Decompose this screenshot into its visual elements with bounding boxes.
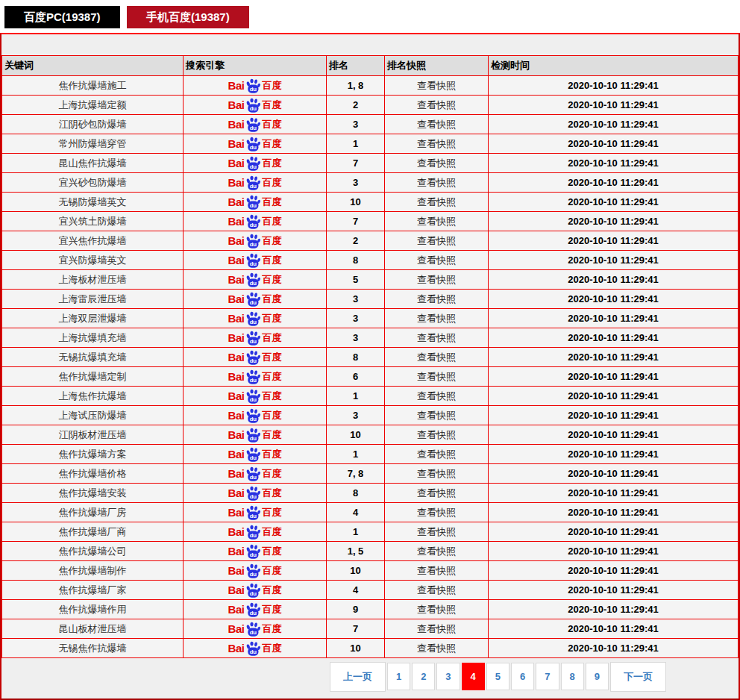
baidu-logo-du-text: du bbox=[250, 143, 257, 150]
table-row: 上海抗爆墙定额 Bai du 百度 2 查 bbox=[2, 96, 739, 115]
view-snapshot-link[interactable]: 查看快照 bbox=[417, 351, 456, 363]
rank-value: 7 bbox=[327, 154, 385, 173]
baidu-logo: Bai du 百度 bbox=[228, 137, 282, 151]
rank-value: 3 bbox=[327, 406, 385, 425]
keyword-text: 宜兴砂包防爆墙 bbox=[59, 177, 127, 188]
view-snapshot-link[interactable]: 查看快照 bbox=[417, 546, 456, 557]
check-time: 2020-10-10 11:29:41 bbox=[489, 522, 739, 542]
view-snapshot-link[interactable]: 查看快照 bbox=[417, 565, 456, 576]
view-snapshot-link[interactable]: 查看快照 bbox=[417, 526, 456, 537]
view-snapshot-link[interactable]: 查看快照 bbox=[417, 390, 456, 401]
tab-baidu-mobile[interactable]: 手机百度(19387) bbox=[127, 6, 249, 28]
baidu-logo: Bai du 百度 bbox=[228, 156, 282, 171]
baidu-logo-cn-text: 百度 bbox=[262, 643, 281, 653]
baidu-logo-cn-text: 百度 bbox=[262, 410, 281, 420]
keyword-text: 宜兴焦作抗爆墙 bbox=[59, 235, 127, 246]
baidu-logo-du-text: du bbox=[250, 493, 257, 499]
baidu-paw-icon: du bbox=[245, 253, 261, 268]
view-snapshot-link[interactable]: 查看快照 bbox=[417, 332, 456, 343]
view-snapshot-link[interactable]: 查看快照 bbox=[417, 235, 456, 246]
keyword-text: 焦作抗爆墙厂房 bbox=[59, 507, 127, 518]
check-time: 2020-10-10 11:29:41 bbox=[489, 309, 739, 328]
view-snapshot-link[interactable]: 查看快照 bbox=[417, 584, 456, 596]
view-snapshot-link[interactable]: 查看快照 bbox=[417, 216, 456, 227]
baidu-logo-cn-text: 百度 bbox=[262, 216, 281, 226]
table-row: 江阴板材泄压墙 Bai du 百度 10 bbox=[2, 425, 739, 445]
baidu-logo-bai-text: Bai bbox=[228, 643, 245, 654]
baidu-logo: Bai du 百度 bbox=[228, 78, 282, 93]
table-row: 宜兴砂包防爆墙 Bai du 百度 3 查 bbox=[2, 173, 739, 193]
view-snapshot-link[interactable]: 查看快照 bbox=[417, 254, 456, 266]
check-time: 2020-10-10 11:29:41 bbox=[489, 251, 739, 270]
page-button-1[interactable]: 1 bbox=[387, 663, 410, 690]
baidu-logo-bai-text: Bai bbox=[228, 623, 245, 634]
baidu-paw-icon: du bbox=[245, 525, 261, 540]
view-snapshot-link[interactable]: 查看快照 bbox=[417, 138, 456, 149]
view-snapshot-link[interactable]: 查看快照 bbox=[417, 487, 456, 499]
view-snapshot-link[interactable]: 查看快照 bbox=[417, 449, 456, 460]
page-button-8[interactable]: 8 bbox=[561, 663, 584, 690]
rank-value: 3 bbox=[327, 328, 385, 348]
rank-value: 3 bbox=[327, 309, 385, 328]
rank-value: 6 bbox=[327, 367, 385, 387]
view-snapshot-link[interactable]: 查看快照 bbox=[417, 507, 456, 518]
view-snapshot-link[interactable]: 查看快照 bbox=[417, 196, 456, 207]
page-button-2[interactable]: 2 bbox=[412, 663, 435, 690]
keyword-text: 焦作抗爆墙厂商 bbox=[59, 526, 127, 537]
view-snapshot-link[interactable]: 查看快照 bbox=[417, 157, 456, 169]
page-button-9[interactable]: 9 bbox=[586, 663, 609, 690]
baidu-logo: Bai du 百度 bbox=[228, 428, 282, 443]
rank-value: 10 bbox=[327, 425, 385, 445]
view-snapshot-link[interactable]: 查看快照 bbox=[417, 313, 456, 324]
view-snapshot-link[interactable]: 查看快照 bbox=[417, 99, 456, 110]
pagination: 上一页123456789下一页 bbox=[1, 658, 739, 699]
keyword-text: 常州防爆墙穿管 bbox=[59, 138, 127, 149]
baidu-logo-du-text: du bbox=[250, 221, 257, 228]
baidu-paw-icon: du bbox=[245, 447, 261, 462]
baidu-logo-cn-text: 百度 bbox=[262, 430, 281, 440]
baidu-logo: Bai du 百度 bbox=[228, 622, 282, 637]
baidu-paw-icon: du bbox=[245, 272, 261, 287]
table-row: 无锡防爆墙英文 Bai du 百度 10 bbox=[2, 193, 739, 212]
view-snapshot-link[interactable]: 查看快照 bbox=[417, 643, 456, 654]
keyword-text: 上海抗爆墙定额 bbox=[59, 99, 127, 110]
view-snapshot-link[interactable]: 查看快照 bbox=[417, 80, 456, 91]
table-row: 昆山板材泄压墙 Bai du 百度 7 查 bbox=[2, 619, 739, 639]
prev-page-button[interactable]: 上一页 bbox=[330, 662, 386, 692]
page-button-6[interactable]: 6 bbox=[511, 663, 534, 690]
baidu-paw-icon: du bbox=[245, 78, 261, 93]
view-snapshot-link[interactable]: 查看快照 bbox=[417, 410, 456, 421]
table-row: 上海板材泄压墙 Bai du 百度 5 查 bbox=[2, 270, 739, 290]
view-snapshot-link[interactable]: 查看快照 bbox=[417, 429, 456, 440]
page-button-3[interactable]: 3 bbox=[436, 663, 460, 690]
rank-value: 3 bbox=[327, 115, 385, 134]
next-page-button[interactable]: 下一页 bbox=[610, 662, 666, 692]
view-snapshot-link[interactable]: 查看快照 bbox=[417, 468, 456, 479]
tab-baidu-pc[interactable]: 百度PC(19387) bbox=[4, 6, 120, 28]
rank-value: 2 bbox=[327, 231, 385, 251]
view-snapshot-link[interactable]: 查看快照 bbox=[417, 119, 456, 130]
page-button-active[interactable]: 4 bbox=[462, 663, 485, 690]
view-snapshot-link[interactable]: 查看快照 bbox=[417, 371, 456, 382]
table-row: 焦作抗爆墙公司 Bai du 百度 1, 5 bbox=[2, 542, 739, 561]
check-time: 2020-10-10 11:29:41 bbox=[489, 387, 739, 406]
baidu-logo-cn-text: 百度 bbox=[262, 488, 281, 498]
baidu-logo-du-text: du bbox=[250, 415, 257, 422]
baidu-logo-cn-text: 百度 bbox=[262, 566, 281, 575]
page-button-7[interactable]: 7 bbox=[536, 663, 559, 690]
view-snapshot-link[interactable]: 查看快照 bbox=[417, 623, 456, 634]
view-snapshot-link[interactable]: 查看快照 bbox=[417, 274, 456, 285]
baidu-paw-icon: du bbox=[245, 137, 261, 151]
view-snapshot-link[interactable]: 查看快照 bbox=[417, 177, 456, 188]
view-snapshot-link[interactable]: 查看快照 bbox=[417, 604, 456, 615]
table-row: 上海试压防爆墙 Bai du 百度 3 查 bbox=[2, 406, 739, 425]
keyword-text: 焦作抗爆墙方案 bbox=[59, 449, 127, 460]
keyword-text: 上海板材泄压墙 bbox=[59, 274, 127, 285]
baidu-logo: Bai du 百度 bbox=[228, 525, 282, 540]
page-button-5[interactable]: 5 bbox=[486, 663, 509, 690]
baidu-logo-cn-text: 百度 bbox=[262, 546, 281, 556]
baidu-logo-cn-text: 百度 bbox=[262, 119, 281, 129]
baidu-logo-cn-text: 百度 bbox=[262, 255, 281, 265]
view-snapshot-link[interactable]: 查看快照 bbox=[417, 293, 456, 304]
baidu-paw-icon: du bbox=[245, 583, 261, 598]
